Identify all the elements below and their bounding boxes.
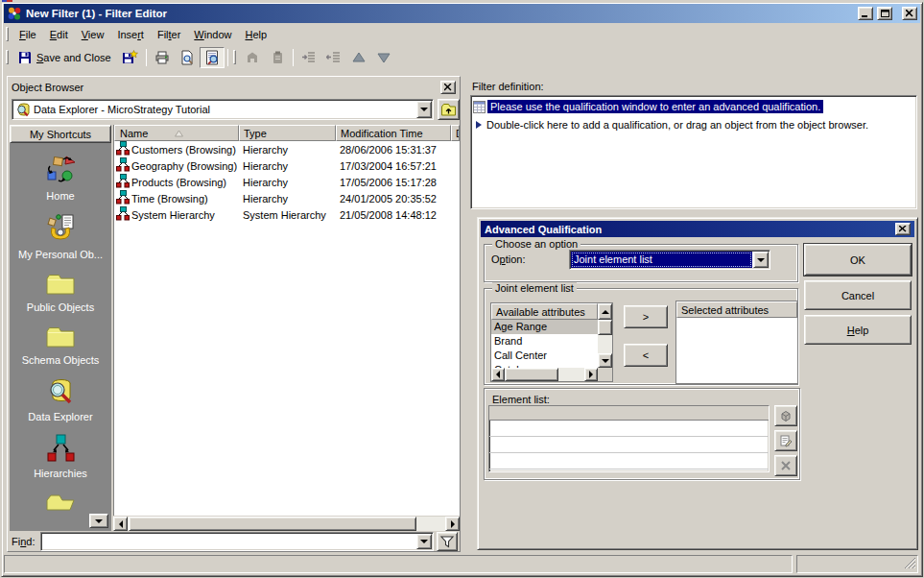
minimize-button[interactable] [858, 7, 873, 20]
element-delete-button[interactable] [774, 455, 797, 476]
ok-button[interactable]: OK [804, 244, 912, 276]
column-header-modification-time[interactable]: Modification Time [336, 125, 451, 141]
save-as-button[interactable] [116, 47, 143, 68]
column-header-name[interactable]: Name [114, 125, 239, 141]
indent-button[interactable] [296, 47, 321, 68]
shortcuts-scroll-down-button[interactable] [89, 514, 108, 528]
toolbar-grip-2[interactable] [233, 50, 236, 64]
redo-button[interactable] [265, 47, 290, 68]
attribute-item[interactable]: Call Center [491, 349, 598, 363]
horizontal-scrollbar[interactable] [491, 368, 598, 381]
shortcut-hierarchies[interactable]: Hierarchies [34, 434, 87, 479]
shortcuts-list: Home My Personal Ob... Public Objects Sc… [10, 143, 111, 531]
scrollbar-track[interactable] [505, 368, 584, 381]
attribute-item[interactable]: Brand [491, 334, 598, 349]
menu-help[interactable]: Help [239, 26, 274, 43]
dialog-close-button[interactable] [895, 223, 911, 235]
find-input[interactable] [40, 532, 434, 551]
element-edit-button[interactable] [774, 430, 797, 451]
filter-definition-box[interactable]: Please use the qualification window to e… [470, 95, 917, 209]
find-label: Find: [12, 536, 35, 547]
scroll-down-button[interactable] [598, 353, 612, 368]
scroll-left-button[interactable] [491, 368, 505, 381]
menu-insert[interactable]: Insert [110, 26, 151, 43]
object-browser-close-button[interactable] [440, 81, 456, 94]
help-button[interactable]: Help [804, 315, 912, 345]
undo-button[interactable] [240, 47, 265, 68]
up-one-level-button[interactable] [438, 99, 460, 120]
shortcut-my-personal-objects[interactable]: My Personal Ob... [18, 213, 103, 260]
my-shortcuts-button[interactable]: My Shortcuts [10, 125, 111, 143]
cancel-button[interactable]: Cancel [804, 280, 912, 310]
hierarchy-icon [116, 206, 130, 223]
save-and-close-label: Save and Close [36, 52, 111, 63]
move-down-button[interactable] [371, 47, 396, 68]
scroll-left-button[interactable] [113, 517, 128, 531]
print-preview-button[interactable] [175, 47, 200, 68]
scrollbar-thumb[interactable] [505, 368, 558, 381]
selected-attributes-list[interactable]: Selected attributes [675, 301, 798, 384]
edit-icon [779, 434, 793, 447]
browser-path-dropdown-button[interactable] [416, 101, 432, 118]
table-row[interactable]: Geography (Browsing) Hierarchy 17/03/200… [114, 157, 460, 174]
qualification-hint-line[interactable]: Double-click here to add a qualification… [473, 117, 914, 132]
menu-window[interactable]: Window [187, 26, 238, 43]
column-header-description[interactable]: De [451, 125, 460, 141]
menubar: File Edit View Insert Filter Window Help [4, 24, 920, 44]
scrollbar-track[interactable] [598, 335, 612, 353]
menu-edit[interactable]: Edit [43, 26, 75, 43]
scroll-right-button[interactable] [445, 517, 460, 531]
move-up-button[interactable] [346, 47, 371, 68]
shortcut-data-explorer[interactable]: Data Explorer [28, 377, 92, 422]
vertical-scrollbar[interactable] [598, 320, 612, 368]
resize-grip[interactable] [904, 557, 916, 571]
move-left-button[interactable]: < [624, 344, 668, 367]
menu-filter[interactable]: Filter [151, 26, 187, 43]
table-horizontal-scrollbar[interactable] [113, 517, 460, 531]
find-filter-button[interactable] [437, 532, 458, 551]
bullet-triangle-icon [476, 121, 482, 129]
close-button[interactable] [902, 7, 917, 20]
table-row[interactable]: System Hierarchy System Hierarchy 21/05/… [114, 206, 460, 223]
browser-path-combo[interactable]: Data Explorer - MicroStrategy Tutorial [12, 99, 434, 120]
element-row-selected[interactable] [489, 406, 769, 421]
menubar-grip[interactable] [6, 27, 9, 41]
element-listbox[interactable] [488, 405, 770, 472]
menu-view[interactable]: View [75, 26, 111, 43]
element-row[interactable] [489, 453, 769, 470]
element-new-button[interactable] [774, 405, 797, 426]
option-dropdown-button[interactable] [753, 252, 769, 268]
menu-file[interactable]: File [12, 26, 43, 43]
table-row[interactable]: Products (Browsing) Hierarchy 17/05/2006… [114, 174, 460, 190]
shortcut-partial[interactable] [45, 491, 76, 519]
shortcut-schema-objects[interactable]: Schema Objects [22, 325, 100, 366]
scroll-right-button[interactable] [584, 368, 598, 381]
toolbar-separator [146, 49, 147, 66]
move-right-button[interactable]: > [624, 305, 668, 328]
element-row[interactable] [489, 421, 769, 437]
scrollbar-track[interactable] [128, 517, 445, 531]
available-attributes-header[interactable]: Available attributes [491, 303, 598, 320]
option-combo[interactable]: Joint element list [569, 250, 770, 270]
statusbar [4, 555, 918, 573]
maximize-button[interactable] [877, 7, 892, 20]
object-browser-toggle-button[interactable] [200, 47, 225, 68]
shortcut-home[interactable]: Home [44, 155, 77, 202]
attribute-item[interactable]: Age Range [491, 320, 598, 334]
print-button[interactable] [150, 47, 175, 68]
outdent-button[interactable] [321, 47, 346, 68]
toolbar-grip[interactable] [6, 50, 9, 64]
shortcut-public-objects[interactable]: Public Objects [27, 272, 94, 313]
table-row[interactable]: Time (Browsing) Hierarchy 24/01/2005 20:… [114, 190, 460, 206]
selected-attributes-header[interactable]: Selected attributes [676, 301, 797, 318]
scroll-up-button[interactable] [598, 303, 612, 320]
column-header-type[interactable]: Type [239, 125, 336, 141]
element-row[interactable] [489, 437, 769, 453]
qualification-selected-line[interactable]: Please use the qualification window to e… [473, 99, 914, 114]
scrollbar-thumb[interactable] [598, 320, 612, 335]
scrollbar-thumb[interactable] [129, 517, 416, 531]
table-row[interactable]: Customers (Browsing) Hierarchy 28/06/200… [114, 141, 460, 157]
find-dropdown-button[interactable] [416, 534, 432, 549]
save-and-close-button[interactable]: Save and Close [12, 47, 116, 68]
hierarchy-icon [116, 157, 130, 174]
